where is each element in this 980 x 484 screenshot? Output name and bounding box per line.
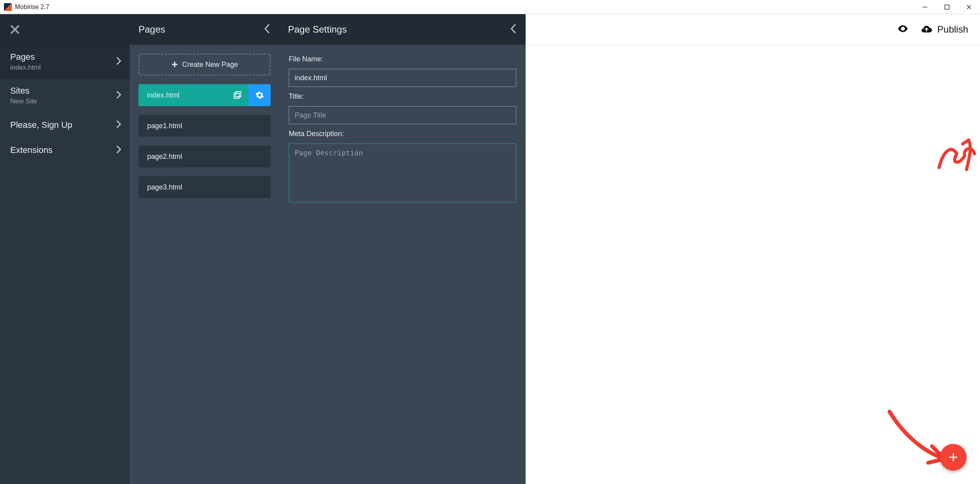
pages-panel-back-button[interactable] [264,23,271,36]
window-titlebar: Mobirise 2.7 [0,0,980,14]
filename-input[interactable] [289,69,516,87]
filename-label: File Name: [289,55,516,63]
plus-icon [171,61,178,68]
meta-description-input[interactable] [289,144,516,202]
copy-icon [233,91,242,99]
topbar-separator [526,45,980,45]
page-row[interactable]: page1.html [138,115,271,137]
gear-icon [255,91,264,99]
plus-icon [948,452,958,462]
preview-button[interactable] [897,23,909,36]
window-minimize-button[interactable] [914,0,936,14]
window-title: Mobirise 2.7 [15,4,49,11]
page-row-index[interactable]: index.html [138,84,271,106]
meta-label: Meta Description: [289,130,516,138]
sidebar-item-label: Please, Sign Up [10,120,72,130]
add-block-fab[interactable] [940,444,967,471]
page-settings-button[interactable] [249,84,271,106]
pages-panel-header: Pages [130,14,279,45]
sidebar-item-sites[interactable]: Sites New Site [0,79,130,112]
title-label: Title: [289,92,516,101]
create-new-page-button[interactable]: Create New Page [138,53,271,75]
page-row-label: page3.html [147,183,182,191]
cloud-upload-icon [921,24,932,35]
sidebar-item-sublabel: New Site [10,98,37,105]
svg-rect-1 [945,5,949,9]
pages-panel-title: Pages [138,24,165,35]
page-duplicate-button[interactable] [227,84,249,106]
eye-icon [897,23,909,35]
canvas-topbar: Publish [897,14,980,45]
window-maximize-button[interactable] [936,0,958,14]
sidebar-close-button[interactable] [0,14,130,45]
publish-label: Publish [937,24,968,35]
sidebar-item-signup[interactable]: Please, Sign Up [0,112,130,138]
sidebar-item-sublabel: index.html [10,64,41,72]
settings-panel-back-button[interactable] [510,23,517,36]
window-close-button[interactable] [958,0,980,14]
settings-panel-header: Page Settings [279,14,526,45]
page-row-label: index.html [147,91,179,99]
svg-rect-8 [236,92,241,97]
sidebar-item-pages[interactable]: Pages index.html [0,45,130,79]
page-row[interactable]: page2.html [138,145,271,167]
sidebar-item-label: Sites [10,86,37,96]
publish-button[interactable]: Publish [921,24,968,35]
chevron-right-icon [116,56,122,67]
title-input[interactable] [289,106,516,124]
sidebar-item-label: Extensions [10,145,53,155]
create-new-page-label: Create New Page [182,61,238,69]
main-sidebar: Pages index.html Sites New Site Please, … [0,14,130,484]
sidebar-item-label: Pages [10,52,41,62]
page-row[interactable]: page3.html [138,176,271,198]
pages-panel: Pages Create New Page index.html page1.h… [130,14,279,484]
chevron-right-icon [116,90,122,101]
handwriting-annotation [935,132,980,181]
app-icon [4,3,12,11]
canvas-area: Publish [526,14,980,484]
page-settings-panel: Page Settings File Name: Title: Meta Des… [279,14,526,484]
settings-panel-title: Page Settings [288,24,347,35]
chevron-right-icon [116,120,122,131]
sidebar-item-extensions[interactable]: Extensions [0,138,130,163]
svg-rect-9 [234,93,239,98]
chevron-right-icon [116,145,122,156]
page-row-label: page1.html [147,122,182,130]
page-row-label: page2.html [147,153,182,161]
